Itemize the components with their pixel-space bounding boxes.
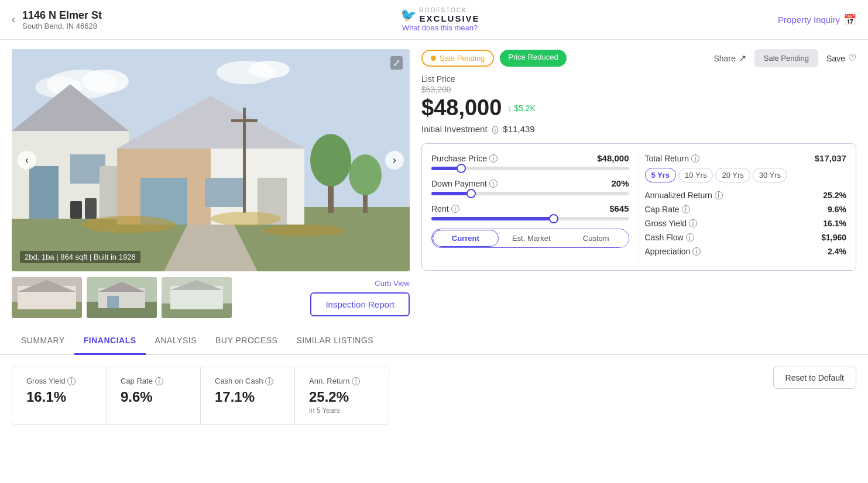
purchase-price-label: Purchase Price i — [431, 154, 498, 163]
year-tab-30[interactable]: 30 Yrs — [753, 168, 787, 182]
image-nav-left[interactable]: ‹ — [18, 151, 36, 170]
current-price-row: $48,000 ↓ $5.2K — [421, 95, 856, 120]
price-reduced-badge: Price Reduced — [500, 50, 566, 67]
down-payment-slider[interactable] — [431, 192, 629, 195]
address-block: 1146 N Elmer St South Bend, IN 46628 — [22, 9, 102, 30]
cap-rate-card-label: Cap Rate i — [121, 377, 186, 385]
share-label: Share — [713, 54, 735, 63]
appreciation-row: Appreciation i 2.4% — [645, 247, 847, 256]
reset-to-default-button[interactable]: Reset to Default — [773, 367, 856, 389]
purchase-price-slider[interactable] — [431, 167, 629, 170]
svg-point-2 — [82, 70, 129, 93]
thumbnail-2[interactable] — [87, 277, 157, 318]
ann-return-card: Ann. Return i 25.2% in 5 Years — [295, 367, 389, 424]
rent-slider-thumb[interactable] — [549, 214, 558, 223]
year-tabs: 5 Yrs 10 Yrs 20 Yrs 30 Yrs — [645, 168, 847, 182]
year-tab-10[interactable]: 10 Yrs — [678, 168, 713, 182]
rent-slider-fill — [431, 217, 554, 220]
roofstock-label: ROOFSTOCK — [420, 7, 480, 13]
share-button[interactable]: Share ↗ — [713, 53, 746, 64]
save-label: Save — [826, 54, 845, 63]
year-tab-20[interactable]: 20 Yrs — [715, 168, 750, 182]
rent-value: $645 — [609, 203, 629, 213]
brand-text: ROOFSTOCK EXCLUSIVE — [420, 7, 480, 23]
sale-pending-button[interactable]: Sale Pending — [754, 49, 818, 67]
svg-point-21 — [310, 134, 351, 187]
save-button[interactable]: Save ♡ — [826, 53, 856, 64]
cash-on-cash-card-label: Cash on Cash i — [215, 377, 280, 385]
cash-flow-info-icon: i — [686, 233, 694, 242]
cap-rate-label: Cap Rate i — [645, 205, 690, 214]
purchase-price-value: $48,000 — [597, 153, 629, 163]
cap-rate-card-value: 9.6% — [121, 389, 186, 405]
purchase-price-slider-thumb[interactable] — [457, 164, 466, 173]
cash-on-cash-card-value: 17.1% — [215, 389, 280, 405]
gross-yield-card-info: i — [67, 377, 76, 385]
back-arrow[interactable]: ‹ — [12, 13, 15, 26]
top-bar-left: ‹ 1146 N Elmer St South Bend, IN 46628 — [12, 9, 102, 30]
address-subtitle: South Bend, IN 46628 — [22, 22, 102, 30]
rent-slider[interactable] — [431, 217, 629, 220]
property-image — [12, 49, 410, 271]
initial-investment-value: $11,439 — [503, 124, 534, 134]
calculator-right-col: Total Return i $17,037 5 Yrs 10 Yrs 20 Y… — [639, 153, 847, 261]
roofstock-logo-icon: 🐦 — [400, 8, 416, 23]
tab-analysis[interactable]: ANALYSIS — [146, 327, 206, 355]
rent-info-icon: i — [451, 205, 459, 213]
gross-yield-card-value: 16.1% — [26, 389, 92, 405]
thumbnail-3[interactable] — [162, 277, 232, 318]
appreciation-info-icon: i — [692, 247, 701, 256]
image-nav-right[interactable]: › — [385, 151, 404, 170]
property-inquiry-button[interactable]: Property Inquiry 📅 — [778, 13, 856, 26]
thumbnail-1[interactable] — [12, 277, 82, 318]
nav-tabs: SUMMARY FINANCIALS ANALYSIS BUY PROCESS … — [0, 327, 868, 355]
svg-point-23 — [349, 154, 382, 195]
tab-financials[interactable]: FINANCIALS — [74, 327, 146, 355]
svg-rect-16 — [205, 178, 246, 207]
down-payment-slider-thumb[interactable] — [466, 189, 476, 198]
total-return-label: Total Return i — [645, 154, 699, 163]
cash-on-cash-card-info: i — [265, 377, 273, 385]
down-payment-info-icon: i — [489, 180, 498, 188]
property-inquiry-label: Property Inquiry — [778, 15, 840, 25]
rent-tab-est-market[interactable]: Est. Market — [499, 229, 564, 247]
tab-buy-process[interactable]: BUY PROCESS — [206, 327, 287, 355]
cash-flow-label: Cash Flow i — [645, 233, 694, 242]
thumbnail-list — [12, 277, 232, 318]
logo-exclusive: 🐦 ROOFSTOCK EXCLUSIVE — [400, 7, 480, 23]
heart-icon: ♡ — [848, 53, 856, 64]
action-buttons: Curb View Inspection Report — [310, 279, 410, 316]
property-info-label: 2bd, 1ba | 864 sqft | Built in 1926 — [20, 251, 140, 263]
gross-yield-card: Gross Yield i 16.1% — [12, 367, 106, 424]
inspection-report-button[interactable]: Inspection Report — [310, 292, 410, 316]
svg-rect-18 — [243, 108, 246, 213]
cash-on-cash-card: Cash on Cash i 17.1% — [201, 367, 294, 424]
svg-rect-29 — [85, 198, 97, 219]
purchase-price-info-icon: i — [489, 154, 498, 163]
calc-inner-grid: Purchase Price i $48,000 — [431, 153, 846, 261]
down-payment-value: 20% — [611, 178, 629, 188]
address-title: 1146 N Elmer St — [22, 9, 102, 22]
exclusive-label: EXCLUSIVE — [420, 13, 480, 23]
rent-tab-custom[interactable]: Custom — [564, 229, 629, 247]
top-bar: ‹ 1146 N Elmer St South Bend, IN 46628 🐦… — [0, 0, 868, 40]
tab-similar-listings[interactable]: SIMILAR LISTINGS — [287, 327, 383, 355]
cap-rate-card: Cap Rate i 9.6% — [107, 367, 200, 424]
curb-view-button[interactable]: Curb View — [375, 279, 410, 288]
down-payment-label: Down Payment i — [431, 179, 498, 188]
initial-investment: Initial Investment i $11,439 — [421, 124, 856, 134]
svg-rect-9 — [29, 166, 59, 219]
share-save-area: Share ↗ Sale Pending Save ♡ — [713, 49, 856, 67]
purchase-price-row: Purchase Price i $48,000 — [431, 153, 629, 170]
what-does-this-mean-link[interactable]: What does this mean? — [402, 23, 478, 32]
total-return-row: Total Return i $17,037 — [645, 153, 847, 163]
svg-point-26 — [211, 212, 281, 226]
rent-tab-current[interactable]: Current — [433, 230, 499, 247]
sale-pending-badge: Sale Pending — [421, 50, 494, 67]
expand-icon[interactable]: ⤢ — [390, 56, 403, 70]
year-tab-5[interactable]: 5 Yrs — [645, 168, 677, 182]
cash-flow-value: $1,960 — [821, 233, 846, 242]
pricing-block: List Price $53,200 $48,000 ↓ $5.2K Initi… — [421, 74, 856, 134]
tab-summary[interactable]: SUMMARY — [12, 327, 74, 355]
ann-return-card-sub: in 5 Years — [309, 406, 375, 415]
